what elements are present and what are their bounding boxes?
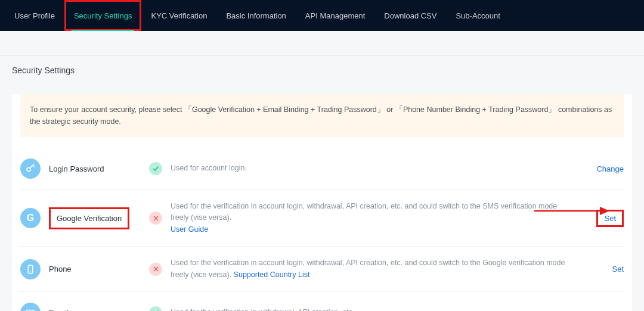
row-name: Phone xyxy=(49,265,145,273)
row-name-label: Google Verification xyxy=(49,207,129,229)
tab-download-csv[interactable]: Download CSV xyxy=(374,0,446,31)
user-guide-link[interactable]: User Guide xyxy=(171,225,208,234)
page-title: Security Settings xyxy=(0,56,644,85)
row-description: Used for the verification in withdrawal,… xyxy=(166,307,575,311)
tab-api-management[interactable]: API Management xyxy=(296,0,374,31)
status-cell xyxy=(145,306,166,311)
icon-cell xyxy=(20,158,49,179)
set-link[interactable]: Set xyxy=(612,265,624,273)
icon-cell xyxy=(20,259,49,279)
status-bad-icon xyxy=(149,263,162,276)
row-desc-text: Used for the verification in account log… xyxy=(171,202,557,222)
tab-kyc-verification[interactable]: KYC Verification xyxy=(141,0,216,31)
status-cell xyxy=(145,212,166,225)
status-ok-icon xyxy=(149,306,162,311)
row-description: Used for account login. xyxy=(166,163,575,174)
status-cell xyxy=(145,162,166,175)
header-gap xyxy=(0,31,644,56)
row-email: Email Used for the verification in withd… xyxy=(20,292,624,311)
icon-cell xyxy=(20,303,49,311)
change-link[interactable]: Change xyxy=(596,164,624,173)
action-cell: Set xyxy=(575,210,624,227)
row-name: Google Verification xyxy=(49,207,145,229)
key-icon xyxy=(20,158,41,179)
status-ok-icon xyxy=(149,162,162,175)
tab-security-settings[interactable]: Security Settings xyxy=(64,0,142,31)
settings-panel: To ensure your account security, please … xyxy=(12,94,632,311)
email-icon xyxy=(20,303,41,311)
row-description: Used for the verification in account log… xyxy=(166,201,575,235)
top-tabs: User Profile Security Settings KYC Verif… xyxy=(0,0,644,31)
settings-rows: Login Password Used for account login. C… xyxy=(12,148,632,311)
set-link[interactable]: Set xyxy=(596,210,624,227)
row-name: Email xyxy=(49,308,145,311)
google-icon: G xyxy=(20,208,41,228)
status-cell xyxy=(145,263,166,276)
status-bad-icon xyxy=(149,212,162,225)
row-description: Used for the verification in account log… xyxy=(166,257,575,281)
security-notice: To ensure your account security, please … xyxy=(20,94,624,137)
supported-country-list-link[interactable]: Supported Country List xyxy=(234,270,310,279)
tab-basic-information[interactable]: Basic Information xyxy=(216,0,295,31)
row-login-password: Login Password Used for account login. C… xyxy=(20,148,624,190)
row-google-verification: G Google Verification Used for the verif… xyxy=(20,190,624,247)
row-desc-text: Used for the verification in account log… xyxy=(171,259,565,278)
action-cell: Set xyxy=(575,265,624,273)
tab-user-profile[interactable]: User Profile xyxy=(5,0,64,31)
row-phone: Phone Used for the verification in accou… xyxy=(20,247,624,292)
row-name: Login Password xyxy=(49,164,145,173)
tab-sub-account[interactable]: Sub-Account xyxy=(446,0,509,31)
icon-cell: G xyxy=(20,208,49,228)
phone-icon xyxy=(20,259,41,279)
action-cell: Change xyxy=(575,164,624,173)
